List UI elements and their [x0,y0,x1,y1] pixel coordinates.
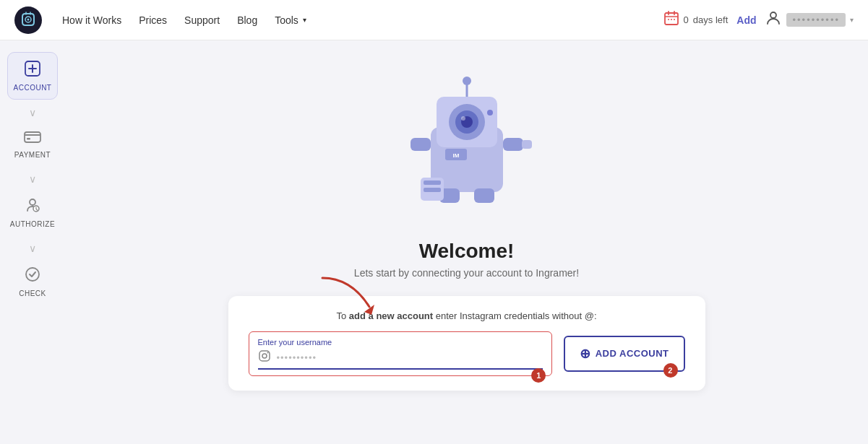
sidebar-item-account[interactable]: ACCOUNT [7,52,58,100]
nav-right: 0 days left Add •••••••••• ▾ [663,9,854,31]
svg-point-2 [27,18,30,20]
svg-point-6 [674,19,675,20]
svg-rect-29 [424,188,441,192]
instagram-icon [258,349,271,365]
main-layout: ACCOUNT ∨ PAYMENT ∨ [0,40,868,444]
input-underline [258,368,543,370]
nav-blog[interactable]: Blog [237,14,257,26]
payment-icon [24,130,41,148]
plus-icon [24,60,41,81]
input-label: Enter your username [258,338,543,347]
svg-point-13 [26,268,39,281]
form-card: To add a new account enter Instagram cre… [228,296,705,391]
sidebar-check-label: CHECK [19,290,46,297]
nav-support[interactable]: Support [184,14,220,26]
plus-circle-icon: ⊕ [580,346,591,362]
username-display: •••••••••• [786,13,846,27]
nav-tools-dropdown[interactable]: Tools ▾ [275,14,306,26]
svg-point-5 [671,19,672,20]
days-left-indicator: 0 days left [663,10,729,30]
sidebar-item-payment[interactable]: PAYMENT [7,123,58,166]
step-1-badge: 1 [531,368,546,383]
sidebar-item-authorize[interactable]: AUTHORIZE [7,189,58,235]
welcome-title: Welcome! [419,240,515,263]
username-input-wrapper: Enter your username 1 [249,331,553,376]
svg-rect-22 [503,138,523,151]
svg-rect-26 [474,188,494,203]
sidebar-payment-label: PAYMENT [14,151,51,159]
username-input[interactable] [277,352,543,363]
robot-illustration: IM [380,55,554,228]
welcome-subtitle: Lets start by connecting your account to… [354,267,579,279]
user-menu[interactable]: •••••••••• ▾ [765,9,854,31]
chevron-down-icon: ▾ [303,16,306,24]
navbar: How it Works Prices Support Blog Tools ▾ [0,0,868,40]
form-row: Enter your username 1 [249,331,685,376]
sidebar-authorize-label: AUTHORIZE [10,220,55,228]
svg-point-7 [770,12,776,18]
nav-links: How it Works Prices Support Blog Tools ▾ [62,14,663,26]
svg-point-36 [267,352,268,354]
svg-point-11 [30,199,35,205]
step-2-badge: 2 [663,363,678,378]
sidebar-chevron-2: ∨ [29,173,36,185]
svg-point-19 [461,116,465,121]
svg-point-35 [262,354,267,358]
svg-point-30 [487,110,493,116]
nav-prices[interactable]: Prices [139,14,167,26]
svg-rect-10 [27,138,30,140]
svg-rect-28 [424,180,441,185]
svg-rect-23 [522,140,532,149]
svg-text:IM: IM [452,152,459,159]
sidebar: ACCOUNT ∨ PAYMENT ∨ [0,40,65,444]
user-chevron-icon: ▾ [850,16,854,24]
svg-rect-9 [25,132,40,142]
authorize-icon [24,196,41,217]
add-days-link[interactable]: Add [736,14,756,26]
sidebar-chevron-3: ∨ [29,243,36,254]
svg-point-4 [668,19,669,20]
days-left-text: days left [693,14,728,25]
sidebar-item-check[interactable]: CHECK [7,258,58,305]
days-left-count: 0 [684,14,689,25]
user-icon [765,9,782,31]
calendar-icon [663,10,679,30]
nav-how-it-works[interactable]: How it Works [62,14,121,26]
check-icon [24,266,41,287]
svg-point-21 [463,77,471,85]
sidebar-chevron-1: ∨ [29,107,36,118]
form-instruction: To add a new account enter Instagram cre… [249,310,685,321]
sidebar-account-label: ACCOUNT [14,84,52,92]
svg-rect-24 [411,138,431,151]
logo[interactable] [14,6,42,34]
add-account-button[interactable]: ⊕ ADD ACCOUNT 2 [564,336,684,372]
content-area: IM Welcome! Lets start by connecting you… [65,40,868,444]
